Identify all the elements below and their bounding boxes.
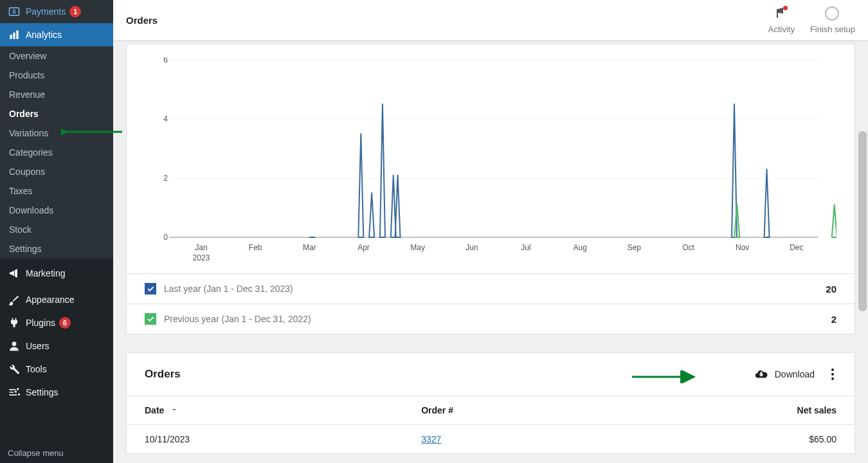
checkbox-previous-year[interactable] bbox=[145, 313, 156, 325]
legend-value: 20 bbox=[826, 284, 836, 295]
submenu-revenue[interactable]: Revenue bbox=[0, 85, 113, 104]
orders-card: Orders Download bbox=[126, 352, 855, 454]
submenu-variations[interactable]: Variations bbox=[0, 123, 113, 143]
svg-rect-4 bbox=[16, 30, 18, 39]
submenu-taxes[interactable]: Taxes bbox=[0, 181, 113, 201]
legend-label: Previous year (Jan 1 - Dec 31, 2022) bbox=[164, 314, 311, 324]
legend-value: 2 bbox=[831, 314, 836, 325]
svg-text:Nov: Nov bbox=[736, 243, 749, 252]
collapse-label: Collapse menu bbox=[8, 448, 64, 458]
submenu-settings[interactable]: Settings bbox=[0, 239, 113, 259]
orders-card-title: Orders bbox=[145, 368, 181, 381]
chart-card: 0246JanFebMarAprMayJunJulAugSepOctNovDec… bbox=[126, 44, 855, 334]
page-title: Orders bbox=[126, 15, 158, 26]
svg-text:0: 0 bbox=[163, 233, 168, 242]
download-label: Download bbox=[775, 369, 815, 379]
legend-label: Last year (Jan 1 - Dec 31, 2023) bbox=[164, 284, 293, 294]
sidebar-label: Tools bbox=[26, 364, 47, 374]
wrench-icon bbox=[8, 363, 21, 376]
main-area: Orders Activity Finish setup bbox=[113, 0, 868, 463]
sidebar-item-plugins[interactable]: Plugins 6 bbox=[0, 311, 113, 334]
user-icon bbox=[8, 340, 21, 352]
table-row: 10/11/20233327$65.00 bbox=[127, 425, 854, 454]
admin-sidebar: $ Payments 1 Analytics Overview Products… bbox=[0, 0, 113, 463]
brush-icon bbox=[8, 293, 21, 306]
submenu-overview[interactable]: Overview bbox=[0, 46, 113, 66]
download-button[interactable]: Download bbox=[754, 367, 815, 381]
more-menu-button[interactable] bbox=[829, 366, 836, 383]
svg-text:Jan: Jan bbox=[195, 243, 207, 252]
submenu-categories[interactable]: Categories bbox=[0, 143, 113, 162]
svg-text:Mar: Mar bbox=[303, 243, 316, 252]
orders-table: Date Order # Net sales 10/11/20233327$65… bbox=[127, 395, 854, 453]
payments-badge: 1 bbox=[69, 6, 81, 17]
svg-rect-3 bbox=[13, 33, 15, 39]
finish-setup-button[interactable]: Finish setup bbox=[810, 6, 855, 34]
activity-icon bbox=[773, 6, 789, 22]
legend-previous-year[interactable]: Previous year (Jan 1 - Dec 31, 2022) 2 bbox=[127, 304, 854, 334]
cell-date: 10/11/2023 bbox=[127, 425, 403, 454]
payments-icon: $ bbox=[8, 5, 21, 18]
sidebar-item-appearance[interactable]: Appearance bbox=[0, 288, 113, 311]
sidebar-item-users[interactable]: Users bbox=[0, 334, 113, 358]
sidebar-item-payments[interactable]: $ Payments 1 bbox=[0, 0, 113, 23]
svg-text:$: $ bbox=[12, 8, 15, 15]
sliders-icon bbox=[8, 386, 21, 399]
col-net-sales[interactable]: Net sales bbox=[617, 396, 854, 425]
legend-last-year[interactable]: Last year (Jan 1 - Dec 31, 2023) 20 bbox=[127, 273, 854, 304]
svg-text:Apr: Apr bbox=[357, 243, 370, 252]
svg-text:May: May bbox=[410, 243, 425, 252]
analytics-submenu: Overview Products Revenue Orders Variati… bbox=[0, 46, 113, 259]
collapse-menu[interactable]: Collapse menu bbox=[0, 443, 113, 463]
svg-text:6: 6 bbox=[163, 57, 168, 64]
submenu-downloads[interactable]: Downloads bbox=[0, 201, 113, 220]
svg-text:Jul: Jul bbox=[521, 243, 530, 252]
chevron-down-icon bbox=[170, 406, 178, 413]
sidebar-label: Marketing bbox=[26, 268, 65, 278]
sidebar-label: Analytics bbox=[26, 30, 62, 40]
svg-text:2023: 2023 bbox=[193, 253, 210, 262]
annotation-arrow-download bbox=[629, 370, 700, 383]
analytics-icon bbox=[8, 28, 21, 41]
svg-text:Feb: Feb bbox=[249, 243, 262, 252]
plug-icon bbox=[8, 316, 21, 329]
svg-text:Dec: Dec bbox=[790, 243, 803, 252]
sidebar-label: Settings bbox=[26, 387, 59, 397]
col-order-no[interactable]: Order # bbox=[403, 396, 617, 425]
submenu-coupons[interactable]: Coupons bbox=[0, 162, 113, 181]
sidebar-item-settings[interactable]: Settings bbox=[0, 381, 113, 404]
sidebar-item-marketing[interactable]: Marketing bbox=[0, 262, 113, 285]
sidebar-item-tools[interactable]: Tools bbox=[0, 358, 113, 381]
svg-point-5 bbox=[12, 341, 17, 346]
sidebar-label: Payments bbox=[26, 6, 66, 17]
topbar: Orders Activity Finish setup bbox=[113, 0, 868, 41]
submenu-products[interactable]: Products bbox=[0, 66, 113, 85]
finish-setup-icon bbox=[825, 6, 840, 22]
vertical-scrollbar[interactable] bbox=[857, 41, 868, 463]
megaphone-icon bbox=[8, 267, 21, 280]
content-scroll[interactable]: 0246JanFebMarAprMayJunJulAugSepOctNovDec… bbox=[113, 41, 868, 463]
activity-button[interactable]: Activity bbox=[768, 6, 795, 34]
svg-text:Jun: Jun bbox=[466, 243, 478, 252]
svg-rect-2 bbox=[10, 35, 12, 39]
sidebar-item-analytics[interactable]: Analytics bbox=[0, 23, 113, 46]
sidebar-label: Appearance bbox=[26, 295, 75, 305]
svg-text:4: 4 bbox=[163, 114, 168, 123]
submenu-stock[interactable]: Stock bbox=[0, 220, 113, 239]
activity-label: Activity bbox=[768, 24, 795, 34]
sidebar-label: Plugins bbox=[26, 318, 55, 328]
orders-chart: 0246JanFebMarAprMayJunJulAugSepOctNovDec… bbox=[145, 57, 836, 269]
scrollbar-thumb[interactable] bbox=[858, 131, 867, 311]
plugins-badge: 6 bbox=[59, 317, 71, 329]
checkbox-last-year[interactable] bbox=[145, 283, 156, 295]
order-link[interactable]: 3327 bbox=[421, 434, 441, 444]
cloud-download-icon bbox=[754, 367, 768, 381]
submenu-orders[interactable]: Orders bbox=[0, 104, 113, 123]
finish-setup-label: Finish setup bbox=[810, 24, 855, 34]
svg-text:2: 2 bbox=[163, 174, 168, 183]
sidebar-label: Users bbox=[26, 341, 50, 351]
svg-text:Aug: Aug bbox=[573, 243, 586, 252]
svg-text:Oct: Oct bbox=[682, 243, 694, 252]
col-date[interactable]: Date bbox=[127, 396, 403, 425]
cell-net-sales: $65.00 bbox=[617, 425, 854, 454]
